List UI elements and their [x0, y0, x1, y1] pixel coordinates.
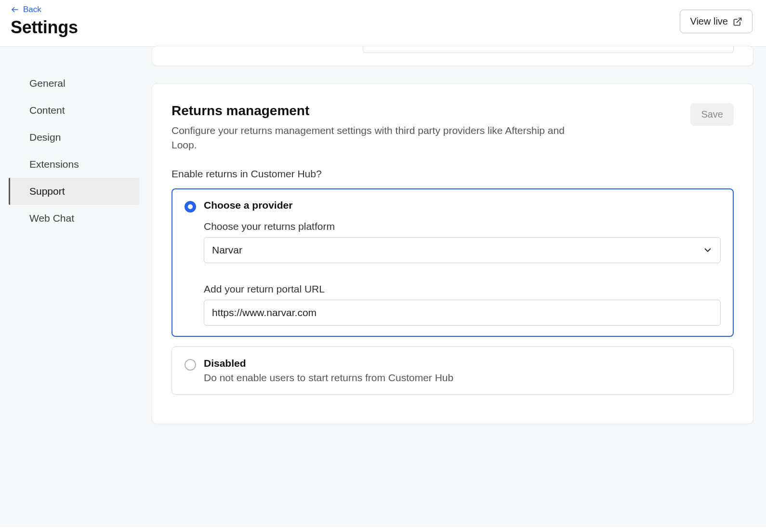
page-header: Back Settings View live	[0, 0, 766, 47]
radio-row-disabled: Disabled Do not enable users to start re…	[185, 358, 721, 384]
header-left: Back Settings	[11, 5, 78, 38]
radio-sub-disabled: Do not enable users to start returns fro…	[204, 372, 721, 384]
sidebar-item-general[interactable]: General	[9, 70, 139, 97]
platform-field: Choose your returns platform Narvar	[204, 221, 721, 263]
back-link[interactable]: Back	[11, 5, 41, 14]
sidebar-item-design[interactable]: Design	[9, 124, 139, 151]
radio-title-disabled: Disabled	[204, 358, 721, 369]
radio-option-provider[interactable]: Choose a provider Choose your returns pl…	[172, 188, 734, 337]
view-live-label: View live	[690, 16, 728, 27]
radio-content-provider: Choose a provider Choose your returns pl…	[204, 200, 721, 326]
platform-select[interactable]: Narvar	[204, 237, 721, 263]
enable-returns-label: Enable returns in Customer Hub?	[172, 168, 734, 180]
external-link-icon	[733, 17, 742, 27]
view-live-button[interactable]: View live	[680, 10, 753, 33]
radio-icon[interactable]	[185, 201, 196, 213]
platform-select-wrap: Narvar	[204, 237, 721, 263]
returns-management-card: Returns management Configure your return…	[152, 83, 753, 424]
card-description: Configure your returns management settin…	[172, 123, 567, 153]
portal-url-field: Add your return portal URL	[204, 283, 721, 326]
card-heading-block: Returns management Configure your return…	[172, 103, 567, 153]
sidebar-item-support[interactable]: Support	[9, 178, 139, 205]
card-title: Returns management	[172, 103, 567, 119]
save-button[interactable]: Save	[690, 103, 734, 126]
radio-row-provider: Choose a provider Choose your returns pl…	[185, 200, 721, 326]
arrow-left-icon	[11, 5, 19, 14]
page-title: Settings	[11, 17, 78, 38]
radio-option-disabled[interactable]: Disabled Do not enable users to start re…	[172, 346, 734, 395]
sidebar-item-web-chat[interactable]: Web Chat	[9, 205, 139, 232]
back-label: Back	[23, 5, 41, 14]
previous-card-edge	[152, 46, 753, 66]
sidebar-item-content[interactable]: Content	[9, 97, 139, 124]
portal-url-label: Add your return portal URL	[204, 283, 721, 295]
layout: General Content Design Extensions Suppor…	[0, 47, 766, 527]
settings-sidebar: General Content Design Extensions Suppor…	[0, 47, 152, 527]
portal-url-input[interactable]	[204, 300, 721, 326]
svg-line-1	[737, 18, 741, 22]
platform-label: Choose your returns platform	[204, 221, 721, 232]
previous-card-inner-edge	[363, 46, 734, 53]
sidebar-item-extensions[interactable]: Extensions	[9, 151, 139, 178]
radio-title-provider: Choose a provider	[204, 200, 721, 211]
card-header: Returns management Configure your return…	[172, 103, 734, 153]
radio-icon[interactable]	[185, 359, 196, 371]
main-content: Returns management Configure your return…	[152, 47, 766, 527]
radio-content-disabled: Disabled Do not enable users to start re…	[204, 358, 721, 384]
